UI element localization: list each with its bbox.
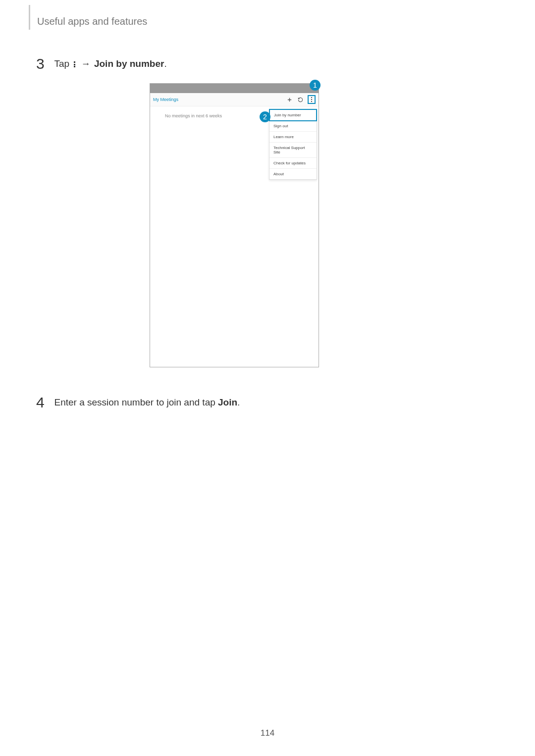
- step-4-prefix: Enter a session number to join and tap: [54, 397, 218, 407]
- step-number-3: 3: [36, 55, 52, 72]
- step-3-text: Tap → Join by number.: [54, 58, 166, 70]
- dropdown-join-by-number[interactable]: Join by number: [269, 109, 317, 121]
- callout-badge-1: 1: [310, 80, 321, 91]
- more-options-dots-icon: [311, 97, 313, 102]
- step-3-prefix: Tap: [54, 58, 72, 69]
- dropdown-about[interactable]: About: [269, 169, 317, 179]
- add-icon[interactable]: [286, 96, 293, 103]
- step-4: 4 Enter a session number to join and tap…: [36, 394, 240, 411]
- section-header-rule: [29, 5, 30, 30]
- dropdown-sign-out[interactable]: Sign out: [269, 121, 317, 132]
- refresh-icon[interactable]: [297, 96, 304, 103]
- step-3: 3 Tap → Join by number.: [36, 55, 167, 72]
- step-4-text: Enter a session number to join and tap J…: [54, 397, 240, 408]
- step-4-period: .: [237, 397, 240, 407]
- dropdown-check-updates[interactable]: Check for updates: [269, 158, 317, 169]
- section-title: Useful apps and features: [37, 16, 147, 27]
- device-screenshot: 1 My Meetings No meetings in next 6 week…: [150, 83, 319, 367]
- step-3-period: .: [164, 58, 166, 69]
- dropdown-tech-support[interactable]: Technical Support Site: [269, 143, 317, 158]
- callout-badge-2: 2: [260, 111, 270, 122]
- no-meetings-label: No meetings in next 6 weeks: [165, 113, 222, 118]
- dropdown-learn-more[interactable]: Learn more: [269, 132, 317, 143]
- step-4-bold: Join: [218, 397, 237, 407]
- arrow-icon: →: [81, 58, 91, 69]
- step-3-bold: Join by number: [94, 58, 164, 69]
- more-options-icon: [73, 58, 76, 69]
- device-statusbar: 1: [150, 84, 319, 93]
- toolbar-title: My Meetings: [153, 97, 178, 102]
- device-toolbar: My Meetings: [150, 93, 319, 106]
- toolbar-icons: [286, 95, 316, 104]
- page-number: 114: [261, 728, 274, 738]
- step-number-4: 4: [36, 394, 52, 411]
- device-body: No meetings in next 6 weeks 2 Join by nu…: [150, 106, 319, 367]
- dropdown-menu: Join by number Sign out Learn more Techn…: [269, 109, 317, 180]
- more-options-button[interactable]: [308, 95, 316, 104]
